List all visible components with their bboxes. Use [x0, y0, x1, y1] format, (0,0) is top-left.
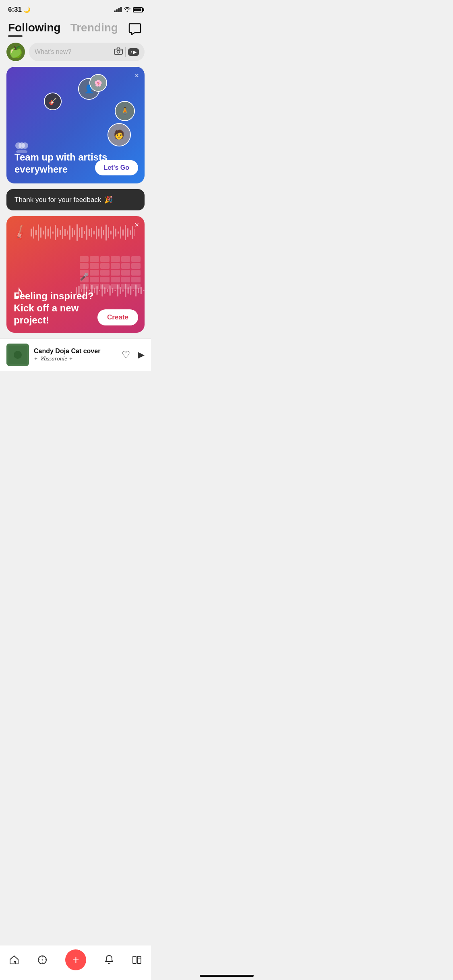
- svg-rect-26: [77, 224, 78, 241]
- svg-rect-71: [127, 287, 128, 294]
- mic-icon: 🎤: [80, 272, 89, 281]
- svg-rect-16: [52, 231, 54, 234]
- svg-rect-50: [134, 229, 135, 236]
- status-bar: 6:31 🌙: [0, 0, 151, 17]
- svg-rect-46: [125, 225, 126, 240]
- svg-point-1: [117, 50, 120, 53]
- svg-rect-25: [74, 230, 75, 235]
- tab-trending[interactable]: Trending: [70, 21, 118, 37]
- toast-message: Thank you for your feedback: [14, 196, 101, 204]
- battery-icon: [133, 7, 143, 12]
- collab-avatar-2: 🎸: [44, 93, 62, 110]
- svg-point-2: [120, 50, 121, 51]
- header: Following Trending: [0, 17, 151, 37]
- svg-rect-30: [86, 225, 87, 240]
- svg-rect-67: [117, 284, 118, 296]
- inspire-title: Feeling inspired? Kick off a new project…: [14, 290, 94, 326]
- music-video-icon[interactable]: ♪ ▶: [128, 48, 139, 56]
- svg-rect-20: [62, 226, 63, 239]
- svg-rect-19: [60, 230, 61, 235]
- svg-rect-63: [107, 289, 108, 292]
- guitar-icon: 🎸: [10, 224, 29, 242]
- tab-following[interactable]: Following: [8, 21, 61, 37]
- toast-emoji: 🎉: [104, 196, 113, 204]
- svg-rect-8: [33, 226, 34, 239]
- svg-rect-73: [132, 290, 134, 291]
- svg-rect-10: [38, 224, 39, 241]
- lets-go-button[interactable]: Let's Go: [95, 160, 138, 175]
- input-icons: ♪ ▶: [114, 47, 139, 57]
- status-time: 6:31: [8, 6, 22, 14]
- song-title: Candy Doja Cat cover: [34, 348, 117, 355]
- svg-rect-72: [130, 286, 131, 295]
- svg-rect-21: [64, 229, 66, 236]
- waveform-svg: [31, 222, 135, 243]
- svg-rect-7: [31, 229, 32, 237]
- svg-point-5: [22, 142, 28, 149]
- svg-rect-77: [143, 290, 144, 291]
- svg-rect-12: [43, 231, 44, 235]
- svg-rect-61: [101, 284, 103, 296]
- svg-rect-43: [118, 231, 119, 234]
- collab-close-button[interactable]: ×: [134, 72, 139, 80]
- svg-rect-49: [132, 226, 133, 239]
- svg-rect-32: [91, 228, 92, 237]
- svg-point-80: [14, 351, 22, 359]
- inspire-card: 🎸 /* waveform bars rendered below */: [6, 216, 145, 333]
- svg-rect-42: [115, 229, 116, 237]
- input-placeholder: What's new?: [35, 48, 114, 56]
- song-item: Candy Doja Cat cover ✦ 𝒞assaronie ✦ ♡ ▶: [0, 338, 151, 371]
- svg-rect-41: [113, 226, 114, 239]
- user-avatar: 🍏: [6, 43, 25, 61]
- svg-rect-69: [122, 289, 123, 292]
- chat-icon[interactable]: [127, 21, 143, 37]
- svg-rect-14: [48, 229, 49, 237]
- svg-rect-75: [138, 288, 139, 293]
- toast: Thank you for your feedback 🎉: [6, 189, 145, 210]
- svg-rect-45: [122, 229, 124, 236]
- svg-rect-34: [96, 226, 97, 239]
- svg-rect-39: [108, 227, 109, 238]
- svg-rect-24: [72, 228, 73, 237]
- svg-rect-70: [125, 284, 126, 297]
- apple-emoji: 🍏: [9, 45, 23, 59]
- inspire-close-button[interactable]: ×: [134, 221, 139, 229]
- svg-rect-9: [35, 230, 37, 235]
- svg-rect-13: [45, 226, 46, 239]
- camera-icon[interactable]: [114, 47, 123, 57]
- svg-rect-64: [109, 285, 110, 296]
- svg-rect-35: [98, 229, 99, 237]
- create-button[interactable]: Create: [97, 309, 138, 325]
- song-actions: ♡ ▶: [122, 349, 145, 360]
- wifi-icon: [124, 6, 130, 13]
- post-input-row: 🍏 What's new? ♪ ▶: [0, 37, 151, 67]
- signal-icon: [114, 7, 122, 12]
- svg-rect-23: [69, 225, 70, 240]
- collab-avatar-4: 🧍: [115, 101, 135, 121]
- song-info: Candy Doja Cat cover ✦ 𝒞assaronie ✦: [34, 348, 117, 362]
- svg-rect-31: [89, 229, 90, 236]
- svg-rect-68: [120, 287, 121, 294]
- svg-rect-15: [50, 226, 51, 239]
- svg-rect-58: [94, 288, 95, 293]
- svg-rect-28: [81, 227, 83, 238]
- svg-rect-59: [96, 286, 97, 295]
- input-pill[interactable]: What's new? ♪ ▶: [29, 43, 145, 61]
- svg-rect-38: [105, 224, 107, 241]
- svg-rect-66: [114, 290, 116, 291]
- song-artist: ✦ 𝒞assaronie ✦: [34, 355, 117, 362]
- svg-rect-60: [99, 290, 100, 291]
- status-icons: [114, 6, 143, 13]
- collab-card: // dots pattern inline 👤 🎸 🌸 🧍 🧑 Team up…: [6, 67, 145, 183]
- svg-rect-27: [79, 228, 80, 237]
- heart-icon[interactable]: ♡: [122, 349, 130, 360]
- header-tabs: Following Trending: [8, 21, 118, 37]
- svg-rect-29: [84, 231, 85, 234]
- svg-rect-62: [104, 287, 105, 294]
- svg-rect-76: [140, 287, 141, 294]
- svg-rect-40: [110, 231, 112, 235]
- svg-point-4: [15, 142, 22, 149]
- svg-rect-18: [57, 228, 58, 237]
- play-icon[interactable]: ▶: [138, 350, 145, 360]
- svg-rect-65: [112, 288, 113, 293]
